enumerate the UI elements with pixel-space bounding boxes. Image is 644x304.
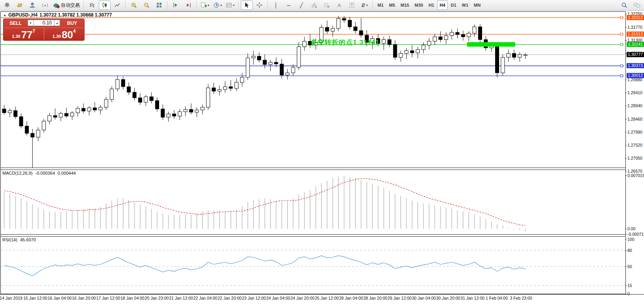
chat-bubbles-icon (633, 2, 640, 8)
folder-icon (17, 2, 23, 8)
timeframe-w1[interactable]: W1 (460, 0, 471, 10)
cursor-button[interactable] (241, 0, 253, 10)
rsi-axis-tick: 15 (627, 283, 632, 288)
zoom-in-button[interactable] (128, 0, 140, 10)
price-level-badge: 1.32113 (627, 15, 644, 20)
fibonacci-icon: F (323, 2, 330, 8)
line-chart-button[interactable] (111, 0, 123, 10)
dropdown-arrow-icon: ▾ (208, 4, 209, 7)
equidistant-channel-tool[interactable]: E (308, 0, 320, 10)
chart-profile-button[interactable] (14, 0, 26, 10)
candlestick-icon (101, 2, 108, 8)
text-label-tool[interactable]: T (346, 0, 358, 10)
bar-chart-button[interactable] (86, 0, 98, 10)
toolbar-separator (167, 1, 168, 9)
trendline-tool[interactable]: ╱ (295, 0, 307, 10)
toolbar-separator (196, 1, 197, 9)
indicators-button[interactable]: ▾ (199, 0, 211, 10)
svg-text:F: F (328, 6, 329, 8)
vertical-line-tool[interactable]: │ (270, 0, 282, 10)
macd-signal-value: 0.000444 (58, 171, 76, 175)
price-axis-tick: 1.27990 (627, 130, 642, 134)
dropdown-arrow-icon: ▾ (220, 4, 222, 7)
main-price-chart[interactable] (1, 12, 626, 168)
add-indicator-icon (201, 2, 207, 8)
zoom-out-icon (143, 2, 150, 8)
community-chat-button[interactable] (631, 0, 643, 10)
macd-axis-tick: 0.007015 (627, 173, 644, 178)
volume-decrease-button[interactable]: ▼ (28, 20, 34, 26)
price-axis-tick: 1.31770 (627, 25, 642, 30)
arrows-tool[interactable]: ⇵ ▾ (359, 0, 370, 10)
one-click-trading-panel: SELL ▼ 0.10 ▲ BUY 1.30 77 7 1.30 80 4 (3, 19, 84, 41)
macd-main-value: -0.000364 (35, 171, 55, 175)
volume-input[interactable]: 0.10 (34, 20, 54, 26)
macd-indicator-pane[interactable] (1, 170, 626, 234)
auto-scroll-button[interactable] (170, 0, 182, 10)
rsi-indicator-pane[interactable] (1, 237, 626, 294)
label-tool-icon: T (349, 3, 354, 8)
time-axis[interactable]: 14 Jan 201915 Jan 12:0016 Jan 04:0016 Ja… (0, 295, 644, 304)
auto-scroll-icon (173, 2, 179, 8)
chart-window: ▲ GBPUSD-,H4 1.30722 1.30782 1.30668 1.3… (0, 11, 644, 304)
sell-price[interactable]: 1.30 77 7 (4, 28, 44, 40)
toolbar-separator (83, 1, 84, 9)
signals-button[interactable] (39, 0, 51, 10)
timeframe-h1[interactable]: H1 (426, 0, 436, 10)
price-level-badge: 1.30012 (627, 73, 644, 78)
fibonacci-tool[interactable]: F (321, 0, 332, 10)
cursor-icon (244, 2, 250, 8)
autotrading-icon (53, 2, 60, 8)
price-axis[interactable]: 1.322501.317701.313001.308301.298801.294… (627, 11, 644, 304)
market-watch-button[interactable] (26, 0, 38, 10)
zoom-out-button[interactable] (141, 0, 152, 10)
toolbar-separator (238, 1, 239, 9)
new-order-button[interactable]: 单 (1, 0, 13, 10)
zoom-in-icon (131, 2, 137, 8)
chart-shift-button[interactable] (182, 0, 194, 10)
macd-label: MACD(12,26,9) -0.000364 0.000444 (2, 171, 77, 175)
timeframe-m30[interactable]: M30 (412, 0, 425, 10)
timeframe-m1[interactable]: M1 (375, 0, 386, 10)
volume-increase-button[interactable]: ▲ (54, 20, 60, 26)
dropdown-arrow-icon: ▾ (366, 4, 368, 7)
trendline-icon: ╱ (300, 2, 303, 8)
template-icon (226, 2, 232, 8)
timeframe-mn[interactable]: MN (471, 0, 483, 10)
tile-windows-icon (156, 2, 162, 8)
periods-button[interactable]: ▾ (212, 0, 223, 10)
dropdown-arrow-icon: ▾ (233, 4, 235, 7)
macd-axis-tick: -0.000715 (627, 232, 644, 237)
main-toolbar: 单 自动交易 ▾ ▾ (0, 0, 644, 11)
timeframe-d1[interactable]: D1 (449, 0, 459, 10)
svg-text:E: E (315, 6, 317, 8)
candlestick-chart-button[interactable] (99, 0, 111, 10)
pane-divider[interactable] (1, 234, 626, 237)
chart-shift-icon (185, 2, 192, 8)
price-level-badge: 1.30373 (627, 63, 644, 68)
crosshair-button[interactable] (253, 0, 265, 10)
autotrading-label: 自动交易 (61, 2, 80, 9)
rsi-value: 45.6070 (20, 237, 36, 242)
autotrading-button[interactable]: 自动交易 (52, 0, 81, 10)
buy-price-base: 1.30 (53, 34, 61, 39)
timeframe-h4[interactable]: H4 (437, 0, 447, 10)
chart-title: ▲ GBPUSD-,H4 1.30722 1.30782 1.30668 1.3… (3, 12, 112, 18)
sell-button[interactable]: SELL (4, 19, 28, 28)
timeframe-m5[interactable]: M5 (387, 0, 397, 10)
text-tool[interactable]: A (333, 0, 345, 10)
price-axis-tick: 1.27520 (627, 143, 642, 147)
timeframe-m15[interactable]: M15 (398, 0, 411, 10)
templates-button[interactable]: ▾ (224, 0, 236, 10)
collapse-panel-icon[interactable]: ▲ (3, 13, 6, 17)
buy-price[interactable]: 1.30 80 4 (44, 28, 84, 40)
bar-chart-icon (89, 2, 95, 8)
new-order-label: 单 (5, 2, 10, 9)
search-button[interactable] (618, 0, 630, 10)
pane-divider[interactable] (1, 168, 626, 170)
clock-icon (213, 2, 220, 8)
tile-windows-button[interactable] (153, 0, 165, 10)
price-axis-tick: 1.27050 (627, 156, 642, 160)
horizontal-line-tool[interactable]: ─ (283, 0, 295, 10)
buy-button[interactable]: BUY (60, 19, 84, 28)
